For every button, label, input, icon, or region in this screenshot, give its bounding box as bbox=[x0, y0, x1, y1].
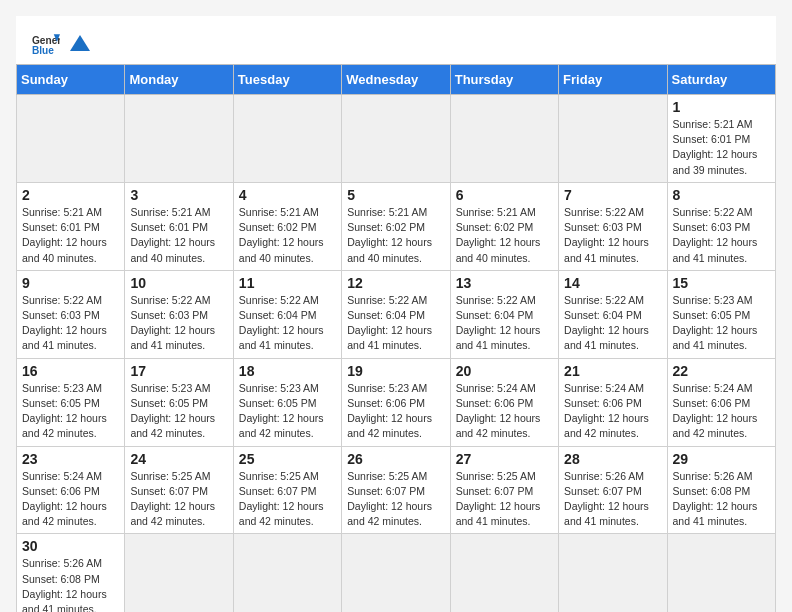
day-number: 27 bbox=[456, 451, 553, 467]
calendar-cell: 13Sunrise: 5:22 AMSunset: 6:04 PMDayligh… bbox=[450, 270, 558, 358]
calendar-cell: 7Sunrise: 5:22 AMSunset: 6:03 PMDaylight… bbox=[559, 182, 667, 270]
calendar-cell: 11Sunrise: 5:22 AMSunset: 6:04 PMDayligh… bbox=[233, 270, 341, 358]
day-number: 16 bbox=[22, 363, 119, 379]
day-info: Sunrise: 5:25 AMSunset: 6:07 PMDaylight:… bbox=[130, 469, 227, 530]
day-header-sunday: Sunday bbox=[17, 65, 125, 95]
day-number: 25 bbox=[239, 451, 336, 467]
day-header-wednesday: Wednesday bbox=[342, 65, 450, 95]
day-info: Sunrise: 5:23 AMSunset: 6:05 PMDaylight:… bbox=[22, 381, 119, 442]
day-number: 14 bbox=[564, 275, 661, 291]
day-info: Sunrise: 5:26 AMSunset: 6:08 PMDaylight:… bbox=[22, 556, 119, 612]
calendar-cell: 10Sunrise: 5:22 AMSunset: 6:03 PMDayligh… bbox=[125, 270, 233, 358]
calendar-cell: 2Sunrise: 5:21 AMSunset: 6:01 PMDaylight… bbox=[17, 182, 125, 270]
calendar-week-row: 30Sunrise: 5:26 AMSunset: 6:08 PMDayligh… bbox=[17, 534, 776, 612]
calendar-cell bbox=[233, 95, 341, 183]
calendar-cell: 8Sunrise: 5:22 AMSunset: 6:03 PMDaylight… bbox=[667, 182, 775, 270]
logo-triangle-icon bbox=[68, 31, 90, 53]
calendar-cell: 29Sunrise: 5:26 AMSunset: 6:08 PMDayligh… bbox=[667, 446, 775, 534]
day-info: Sunrise: 5:21 AMSunset: 6:01 PMDaylight:… bbox=[22, 205, 119, 266]
calendar-cell: 15Sunrise: 5:23 AMSunset: 6:05 PMDayligh… bbox=[667, 270, 775, 358]
day-info: Sunrise: 5:25 AMSunset: 6:07 PMDaylight:… bbox=[347, 469, 444, 530]
calendar-cell: 23Sunrise: 5:24 AMSunset: 6:06 PMDayligh… bbox=[17, 446, 125, 534]
day-number: 9 bbox=[22, 275, 119, 291]
day-header-thursday: Thursday bbox=[450, 65, 558, 95]
calendar-week-row: 9Sunrise: 5:22 AMSunset: 6:03 PMDaylight… bbox=[17, 270, 776, 358]
day-number: 18 bbox=[239, 363, 336, 379]
calendar-cell: 3Sunrise: 5:21 AMSunset: 6:01 PMDaylight… bbox=[125, 182, 233, 270]
day-info: Sunrise: 5:24 AMSunset: 6:06 PMDaylight:… bbox=[564, 381, 661, 442]
day-info: Sunrise: 5:22 AMSunset: 6:03 PMDaylight:… bbox=[22, 293, 119, 354]
day-info: Sunrise: 5:22 AMSunset: 6:03 PMDaylight:… bbox=[564, 205, 661, 266]
day-info: Sunrise: 5:22 AMSunset: 6:04 PMDaylight:… bbox=[456, 293, 553, 354]
day-number: 13 bbox=[456, 275, 553, 291]
calendar-cell bbox=[17, 95, 125, 183]
calendar-header-row: SundayMondayTuesdayWednesdayThursdayFrid… bbox=[17, 65, 776, 95]
calendar-cell: 12Sunrise: 5:22 AMSunset: 6:04 PMDayligh… bbox=[342, 270, 450, 358]
day-number: 7 bbox=[564, 187, 661, 203]
day-number: 15 bbox=[673, 275, 770, 291]
svg-marker-3 bbox=[70, 35, 90, 51]
day-info: Sunrise: 5:23 AMSunset: 6:06 PMDaylight:… bbox=[347, 381, 444, 442]
day-number: 2 bbox=[22, 187, 119, 203]
day-number: 11 bbox=[239, 275, 336, 291]
day-info: Sunrise: 5:21 AMSunset: 6:02 PMDaylight:… bbox=[456, 205, 553, 266]
calendar-cell: 17Sunrise: 5:23 AMSunset: 6:05 PMDayligh… bbox=[125, 358, 233, 446]
day-number: 21 bbox=[564, 363, 661, 379]
calendar-cell: 25Sunrise: 5:25 AMSunset: 6:07 PMDayligh… bbox=[233, 446, 341, 534]
calendar-table: SundayMondayTuesdayWednesdayThursdayFrid… bbox=[16, 64, 776, 612]
day-number: 23 bbox=[22, 451, 119, 467]
calendar-cell bbox=[559, 534, 667, 612]
calendar-cell bbox=[125, 534, 233, 612]
day-number: 3 bbox=[130, 187, 227, 203]
day-number: 19 bbox=[347, 363, 444, 379]
day-info: Sunrise: 5:23 AMSunset: 6:05 PMDaylight:… bbox=[673, 293, 770, 354]
day-number: 17 bbox=[130, 363, 227, 379]
day-info: Sunrise: 5:24 AMSunset: 6:06 PMDaylight:… bbox=[673, 381, 770, 442]
day-info: Sunrise: 5:24 AMSunset: 6:06 PMDaylight:… bbox=[22, 469, 119, 530]
calendar-cell: 26Sunrise: 5:25 AMSunset: 6:07 PMDayligh… bbox=[342, 446, 450, 534]
day-number: 30 bbox=[22, 538, 119, 554]
day-number: 10 bbox=[130, 275, 227, 291]
calendar-cell bbox=[342, 534, 450, 612]
calendar-cell: 19Sunrise: 5:23 AMSunset: 6:06 PMDayligh… bbox=[342, 358, 450, 446]
calendar-cell bbox=[667, 534, 775, 612]
day-info: Sunrise: 5:22 AMSunset: 6:03 PMDaylight:… bbox=[130, 293, 227, 354]
calendar-cell bbox=[450, 95, 558, 183]
header: General Blue bbox=[16, 16, 776, 64]
day-info: Sunrise: 5:21 AMSunset: 6:01 PMDaylight:… bbox=[130, 205, 227, 266]
calendar-cell: 28Sunrise: 5:26 AMSunset: 6:07 PMDayligh… bbox=[559, 446, 667, 534]
day-info: Sunrise: 5:22 AMSunset: 6:03 PMDaylight:… bbox=[673, 205, 770, 266]
day-info: Sunrise: 5:26 AMSunset: 6:08 PMDaylight:… bbox=[673, 469, 770, 530]
day-number: 26 bbox=[347, 451, 444, 467]
day-info: Sunrise: 5:25 AMSunset: 6:07 PMDaylight:… bbox=[456, 469, 553, 530]
svg-text:Blue: Blue bbox=[32, 45, 54, 56]
calendar-cell: 21Sunrise: 5:24 AMSunset: 6:06 PMDayligh… bbox=[559, 358, 667, 446]
calendar-cell: 1Sunrise: 5:21 AMSunset: 6:01 PMDaylight… bbox=[667, 95, 775, 183]
day-number: 29 bbox=[673, 451, 770, 467]
calendar-cell bbox=[559, 95, 667, 183]
calendar-week-row: 1Sunrise: 5:21 AMSunset: 6:01 PMDaylight… bbox=[17, 95, 776, 183]
calendar-cell: 18Sunrise: 5:23 AMSunset: 6:05 PMDayligh… bbox=[233, 358, 341, 446]
day-info: Sunrise: 5:26 AMSunset: 6:07 PMDaylight:… bbox=[564, 469, 661, 530]
logo: General Blue bbox=[32, 28, 90, 56]
calendar-cell: 14Sunrise: 5:22 AMSunset: 6:04 PMDayligh… bbox=[559, 270, 667, 358]
day-info: Sunrise: 5:23 AMSunset: 6:05 PMDaylight:… bbox=[239, 381, 336, 442]
day-number: 28 bbox=[564, 451, 661, 467]
calendar-cell: 24Sunrise: 5:25 AMSunset: 6:07 PMDayligh… bbox=[125, 446, 233, 534]
day-info: Sunrise: 5:24 AMSunset: 6:06 PMDaylight:… bbox=[456, 381, 553, 442]
day-info: Sunrise: 5:23 AMSunset: 6:05 PMDaylight:… bbox=[130, 381, 227, 442]
day-info: Sunrise: 5:21 AMSunset: 6:01 PMDaylight:… bbox=[673, 117, 770, 178]
day-info: Sunrise: 5:22 AMSunset: 6:04 PMDaylight:… bbox=[239, 293, 336, 354]
calendar-cell bbox=[342, 95, 450, 183]
day-number: 24 bbox=[130, 451, 227, 467]
calendar-cell: 9Sunrise: 5:22 AMSunset: 6:03 PMDaylight… bbox=[17, 270, 125, 358]
day-info: Sunrise: 5:25 AMSunset: 6:07 PMDaylight:… bbox=[239, 469, 336, 530]
day-info: Sunrise: 5:22 AMSunset: 6:04 PMDaylight:… bbox=[347, 293, 444, 354]
calendar-cell: 16Sunrise: 5:23 AMSunset: 6:05 PMDayligh… bbox=[17, 358, 125, 446]
calendar-cell bbox=[125, 95, 233, 183]
calendar-cell bbox=[233, 534, 341, 612]
calendar-week-row: 16Sunrise: 5:23 AMSunset: 6:05 PMDayligh… bbox=[17, 358, 776, 446]
calendar-cell: 5Sunrise: 5:21 AMSunset: 6:02 PMDaylight… bbox=[342, 182, 450, 270]
calendar-cell: 22Sunrise: 5:24 AMSunset: 6:06 PMDayligh… bbox=[667, 358, 775, 446]
day-info: Sunrise: 5:21 AMSunset: 6:02 PMDaylight:… bbox=[347, 205, 444, 266]
